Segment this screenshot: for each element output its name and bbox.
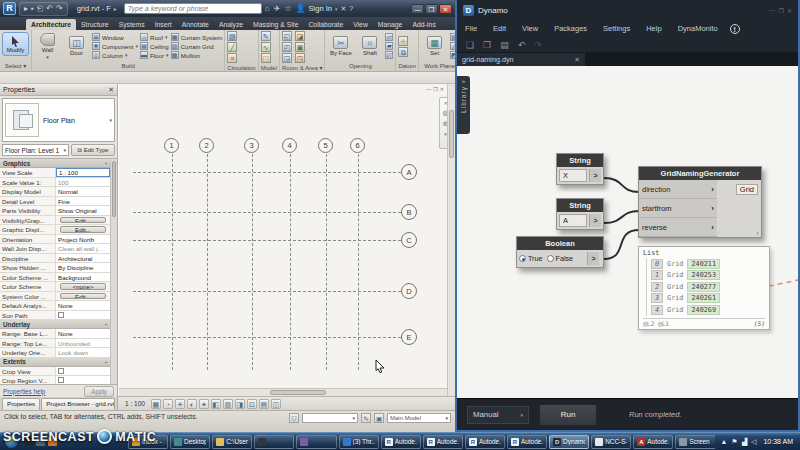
grid-bubble-E[interactable]: E <box>401 329 417 345</box>
taskbar-button-screen-13[interactable]: Screen ... <box>675 435 715 449</box>
taskbar-button-autode-7[interactable]: RAutode... <box>423 435 463 449</box>
grid-bubble-5[interactable]: 5 <box>318 138 333 153</box>
taskbar-button-dynamo-10[interactable]: DDynamo <box>549 435 589 449</box>
room-area-panel-label[interactable]: Room & Area ▾ <box>280 64 324 73</box>
select-panel-label[interactable]: Select ▾ <box>0 62 31 71</box>
undo-icon[interactable]: ↶ <box>518 40 526 50</box>
menu-packages[interactable]: Packages <box>546 24 595 33</box>
property-value-graphic-displ[interactable]: Edit... <box>60 226 106 233</box>
minimize-button[interactable]: — <box>411 4 424 14</box>
grid-line-horizontal-E[interactable] <box>133 337 401 338</box>
action-center-flag-icon[interactable]: ⚑ <box>731 438 737 446</box>
menu-view[interactable]: View <box>514 24 546 33</box>
tab-project-browser[interactable]: Project Browser - grid.rvt <box>41 398 115 410</box>
design-options-dropdown[interactable]: Main Model▾ <box>387 413 451 423</box>
vertical-opening-icon[interactable]: ▰ <box>385 42 393 50</box>
properties-scrollbar[interactable] <box>110 159 117 384</box>
dynamo-restore-icon[interactable]: ❐ <box>779 7 784 14</box>
curtain-grid-button[interactable]: ▥Curtain Grid <box>171 42 223 50</box>
volume-icon[interactable]: ◁ <box>751 438 756 446</box>
properties-help-link[interactable]: Properties help <box>3 388 45 395</box>
wall-opening-icon[interactable]: ▱ <box>385 33 393 41</box>
explorer-icon[interactable] <box>36 437 45 446</box>
ribbon-tab-structure[interactable]: Structure <box>76 19 114 30</box>
ribbon-tab-manage[interactable]: Manage <box>373 19 408 30</box>
tag-room-icon[interactable]: ◰ <box>282 42 292 52</box>
grid-icon[interactable]: ⧉ <box>398 47 408 57</box>
menu-dynamonito[interactable]: DynaMonito <box>670 24 726 33</box>
checkbox-unchecked[interactable] <box>58 368 64 374</box>
preview-levels[interactable]: @L2 @L1 <box>643 320 669 327</box>
clock[interactable]: 10:38 AM <box>760 438 796 445</box>
grid-bubble-B[interactable]: B <box>401 204 417 220</box>
checkbox-unchecked[interactable] <box>58 312 64 318</box>
constraints-icon[interactable]: ◫ <box>271 399 281 409</box>
output-grid[interactable]: Grid <box>736 184 758 195</box>
grid-bubble-6[interactable]: 6 <box>350 138 365 153</box>
taskbar-button-autode-6[interactable]: RAutode... <box>381 435 421 449</box>
ribbon-tab-view[interactable]: View <box>348 19 373 30</box>
area-boundary-icon[interactable]: ◲ <box>282 53 292 63</box>
cmd-icon[interactable] <box>24 437 33 446</box>
apply-button[interactable]: Apply <box>84 386 114 397</box>
boolean-node[interactable]: Boolean True False > <box>516 236 604 268</box>
library-tab[interactable]: » Library <box>457 76 470 134</box>
taskbar-button-autode-8[interactable]: RAutode... <box>465 435 505 449</box>
taskbar-button-autode-12[interactable]: AAutode... <box>633 435 673 449</box>
subscription-icon[interactable]: ✈ <box>274 4 281 13</box>
view-close-icon[interactable]: ✕ <box>440 86 444 92</box>
edit-type-button[interactable]: ⧉ Edit Type <box>71 144 115 156</box>
tab-grid-naming[interactable]: grid-naming.dyn ✕ <box>457 53 585 66</box>
property-value-crop-view[interactable] <box>56 367 110 376</box>
taskbar-button-autode-9[interactable]: RAutode... <box>507 435 547 449</box>
grid-line-horizontal-B[interactable] <box>133 212 401 213</box>
help-icon[interactable]: ? <box>349 5 353 12</box>
taskbar-button-c-user-2[interactable]: C:\User... <box>212 435 252 449</box>
drawing-canvas[interactable]: — ❐ ✕ ✕ ◍ ⊕ ▾ 123456ABCDE <box>118 84 455 396</box>
instance-selector[interactable]: Floor Plan: Level 1▾ <box>2 144 69 156</box>
type-selector[interactable]: Floor Plan ▾ <box>2 98 115 142</box>
dormer-opening-icon[interactable]: ◸ <box>385 51 393 59</box>
room-icon[interactable]: ◱ <box>282 31 292 41</box>
sun-path-icon[interactable]: ☀ <box>175 399 185 409</box>
crop-region-icon[interactable]: ▥ <box>223 399 233 409</box>
build-panel-label[interactable]: Build <box>32 62 224 71</box>
run-button[interactable]: Run <box>539 404 597 426</box>
close-button[interactable]: ✕ <box>439 4 452 14</box>
taskbar-button-app2-4[interactable] <box>296 435 336 449</box>
redo-icon[interactable]: ↷ <box>534 40 542 50</box>
network-icon[interactable]: ▟ <box>742 438 747 446</box>
string-x-node[interactable]: String X > <box>556 153 604 185</box>
railing-icon[interactable]: ≡ <box>227 53 237 63</box>
menu-edit[interactable]: Edit <box>485 24 514 33</box>
checkbox-unchecked[interactable] <box>58 377 64 383</box>
sign-in-button[interactable]: Sign In <box>309 4 332 13</box>
favorites-icon[interactable]: ☆ <box>284 4 291 13</box>
string-a-output-port[interactable]: > <box>589 214 601 227</box>
stair-icon[interactable]: ▨ <box>227 31 237 41</box>
taskbar-button-3-thr-5[interactable]: (3) Thr... <box>339 435 379 449</box>
string-a-node[interactable]: String A > <box>556 198 604 230</box>
model-panel-label[interactable]: Model <box>259 64 279 73</box>
exchange-icon[interactable]: ✕ <box>340 5 346 13</box>
column-button[interactable]: ▯Column▾ <box>92 51 138 59</box>
search-icon[interactable]: ⌂ <box>265 4 270 13</box>
by-face-button[interactable]: ✂ By Face <box>327 36 354 56</box>
ribbon-tab-analyze[interactable]: Analyze <box>214 19 248 30</box>
boolean-output-port[interactable]: > <box>587 252 599 265</box>
save-icon[interactable]: ▪ <box>31 4 34 14</box>
property-group-underlay[interactable]: Underlay▪ <box>0 320 110 329</box>
open-file-icon[interactable]: ❐ <box>483 40 491 50</box>
room-separator-icon[interactable]: ◪ <box>295 31 305 41</box>
open-icon[interactable]: ▸ <box>24 4 28 14</box>
worksets-icon[interactable]: ⛉ <box>289 413 299 423</box>
menu-settings[interactable]: Settings <box>595 24 638 33</box>
boolean-false-radio[interactable]: False <box>547 254 574 263</box>
wire-boolean-reverse[interactable] <box>604 230 639 259</box>
temporary-hide-icon[interactable]: ◨ <box>235 399 245 409</box>
properties-close-icon[interactable]: ✕ <box>108 86 114 94</box>
start-button[interactable] <box>4 434 19 449</box>
dynamo-minimize-icon[interactable]: — <box>770 7 776 14</box>
shaft-button[interactable]: ⌗ Shaft <box>356 36 383 56</box>
ribbon-tab-add-ins[interactable]: Add-Ins <box>407 19 440 30</box>
